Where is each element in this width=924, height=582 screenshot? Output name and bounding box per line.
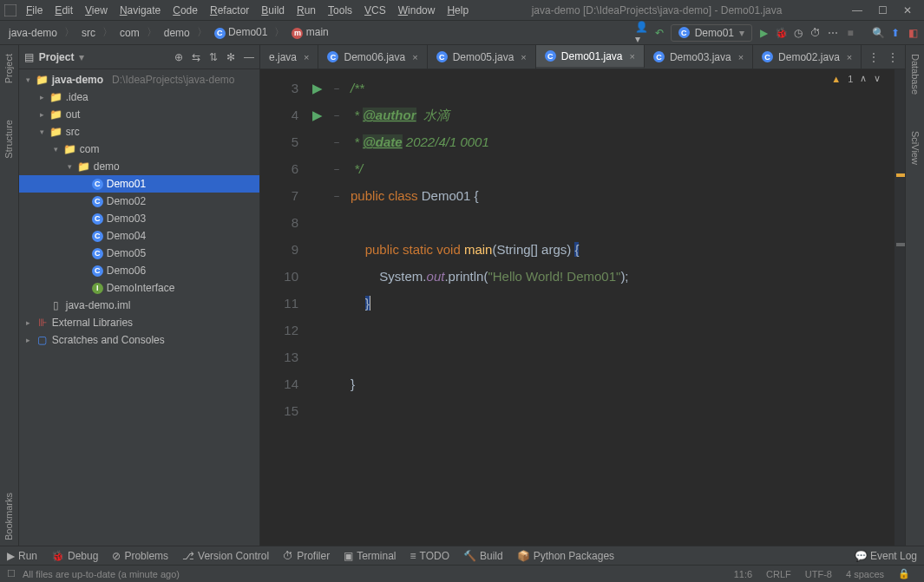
search-icon[interactable]: 🔍 bbox=[872, 27, 884, 39]
editor-tab-demo05-java[interactable]: CDemo05.java× bbox=[428, 45, 536, 69]
stop-button[interactable]: ■ bbox=[844, 27, 856, 39]
tool-window-build[interactable]: 🔨Build bbox=[463, 550, 503, 562]
hide-icon[interactable]: — bbox=[244, 51, 254, 63]
back-icon[interactable]: ↶ bbox=[653, 27, 665, 39]
editor-scrollbar[interactable] bbox=[895, 69, 905, 546]
tree-item-demo03[interactable]: CDemo03 bbox=[19, 210, 259, 227]
close-button[interactable]: ✕ bbox=[903, 4, 912, 16]
tool-strip-project[interactable]: Project bbox=[3, 49, 14, 88]
breadcrumb-item[interactable]: com bbox=[116, 25, 143, 41]
tree-item--idea[interactable]: ▸📁.idea bbox=[19, 88, 259, 106]
line-number[interactable]: 4 bbox=[260, 101, 298, 128]
coverage-button[interactable]: ◷ bbox=[792, 27, 804, 39]
line-number[interactable]: 9 bbox=[260, 236, 298, 263]
code-line[interactable]: */ bbox=[351, 155, 905, 182]
code-line[interactable]: } bbox=[351, 370, 905, 397]
tree-arrow[interactable]: ▾ bbox=[52, 145, 61, 154]
editor-tab-demo02-java[interactable]: CDemo02.java× bbox=[753, 45, 862, 69]
collapse-all-icon[interactable]: ⇅ bbox=[209, 51, 218, 63]
tab-close-icon[interactable]: × bbox=[412, 52, 417, 62]
tool-window-profiler[interactable]: ⏱Profiler bbox=[283, 550, 330, 562]
tree-arrow[interactable]: ▸ bbox=[38, 93, 47, 101]
run-line-icon[interactable]: ▶ bbox=[312, 81, 323, 95]
ide-icon[interactable]: ◧ bbox=[907, 27, 919, 39]
line-number[interactable]: 7 bbox=[260, 182, 298, 209]
tree-item-java-demo[interactable]: ▾📁java-demoD:\IdeaProjects\java-demo bbox=[19, 71, 259, 88]
tree-item-demo[interactable]: ▾📁demo bbox=[19, 158, 259, 175]
tool-strip-sciview[interactable]: SciView bbox=[910, 126, 921, 170]
tab-close-icon[interactable]: × bbox=[304, 52, 309, 62]
next-highlight-icon[interactable]: ∨ bbox=[874, 73, 881, 84]
menu-vcs[interactable]: VCS bbox=[359, 3, 391, 18]
breadcrumb-item[interactable]: m main bbox=[288, 24, 331, 41]
tree-arrow[interactable]: ▸ bbox=[24, 318, 33, 327]
code-line[interactable]: } bbox=[351, 290, 905, 317]
line-number[interactable]: 12 bbox=[260, 317, 298, 343]
tab-close-icon[interactable]: × bbox=[630, 51, 635, 62]
editor-body[interactable]: 3456789101112131415 ▶▶ ––––– /** * @auth… bbox=[260, 69, 905, 546]
run-line-icon[interactable]: ▶ bbox=[312, 108, 323, 122]
run-gutter-cell[interactable]: ▶ bbox=[312, 101, 330, 128]
tree-arrow[interactable]: ▾ bbox=[66, 162, 75, 171]
tree-item-external-libraries[interactable]: ▸⊪External Libraries bbox=[19, 314, 259, 331]
caret-position[interactable]: 11:6 bbox=[727, 569, 759, 579]
attach-button[interactable]: ⋯ bbox=[827, 27, 839, 39]
tree-arrow[interactable]: ▸ bbox=[24, 336, 33, 344]
editor-tab-demo03-java[interactable]: CDemo03.java× bbox=[645, 45, 753, 69]
prev-highlight-icon[interactable]: ∧ bbox=[860, 73, 867, 84]
breadcrumb-item[interactable]: C Demo01 bbox=[211, 24, 272, 41]
tree-item-demo01[interactable]: CDemo01 bbox=[19, 175, 259, 193]
code-line[interactable] bbox=[351, 317, 905, 343]
editor-tab-e-java[interactable]: e.java× bbox=[260, 45, 318, 69]
fold-gutter-cell[interactable]: – bbox=[330, 182, 344, 209]
menu-code[interactable]: Code bbox=[167, 3, 203, 18]
code-line[interactable]: System.out.println("Hello World! Demo01"… bbox=[351, 263, 905, 290]
line-number[interactable]: 5 bbox=[260, 128, 298, 155]
project-tree[interactable]: ▾📁java-demoD:\IdeaProjects\java-demo▸📁.i… bbox=[19, 69, 259, 546]
tree-item-out[interactable]: ▸📁out bbox=[19, 106, 259, 123]
tool-strip-bookmarks[interactable]: Bookmarks bbox=[3, 487, 14, 546]
file-encoding[interactable]: UTF-8 bbox=[798, 569, 839, 579]
run-configuration-selector[interactable]: C Demo01 ▾ bbox=[671, 24, 752, 42]
tab-list-icon[interactable]: ⋮ bbox=[868, 51, 879, 63]
line-number[interactable]: 3 bbox=[260, 75, 298, 101]
profile-button[interactable]: ⏱ bbox=[809, 27, 822, 39]
fold-gutter-cell[interactable]: – bbox=[330, 155, 344, 182]
menu-window[interactable]: Window bbox=[393, 3, 441, 18]
tool-strip-database[interactable]: Database bbox=[910, 49, 921, 100]
readonly-lock-icon[interactable]: 🔒 bbox=[891, 568, 917, 579]
tool-window-todo[interactable]: ≡TODO bbox=[410, 550, 449, 562]
run-gutter-cell[interactable]: ▶ bbox=[312, 75, 330, 101]
menu-run[interactable]: Run bbox=[292, 3, 321, 18]
breadcrumb-item[interactable]: src bbox=[78, 25, 99, 41]
code-line[interactable]: /** bbox=[351, 75, 905, 101]
expand-all-icon[interactable]: ⇆ bbox=[192, 51, 200, 63]
line-number[interactable]: 10 bbox=[260, 263, 298, 290]
debug-button[interactable]: 🐞 bbox=[775, 27, 787, 39]
tab-close-icon[interactable]: × bbox=[521, 52, 526, 62]
tree-item-demo02[interactable]: CDemo02 bbox=[19, 193, 259, 210]
tree-item-com[interactable]: ▾📁com bbox=[19, 141, 259, 158]
tree-arrow[interactable]: ▸ bbox=[38, 110, 47, 119]
tab-close-icon[interactable]: × bbox=[847, 52, 852, 62]
code-line[interactable]: public class Demo01 { bbox=[351, 182, 905, 209]
tool-window-python-packages[interactable]: 📦Python Packages bbox=[517, 550, 614, 562]
tree-arrow[interactable]: ▾ bbox=[38, 128, 47, 136]
tree-arrow[interactable]: ▾ bbox=[24, 75, 33, 84]
menu-edit[interactable]: Edit bbox=[49, 3, 78, 18]
line-number[interactable]: 6 bbox=[260, 155, 298, 182]
code-line[interactable] bbox=[351, 343, 905, 370]
minimize-button[interactable]: — bbox=[852, 4, 862, 16]
line-number[interactable]: 15 bbox=[260, 397, 298, 424]
editor-tab-demo06-java[interactable]: CDemo06.java× bbox=[318, 45, 427, 69]
tree-item-demo06[interactable]: CDemo06 bbox=[19, 262, 259, 279]
tree-item-demo04[interactable]: CDemo04 bbox=[19, 227, 259, 245]
tool-window-run[interactable]: ▶Run bbox=[7, 550, 37, 562]
line-number[interactable]: 11 bbox=[260, 290, 298, 317]
tree-item-java-demo-iml[interactable]: ▯java-demo.iml bbox=[19, 297, 259, 314]
tab-close-icon[interactable]: × bbox=[738, 52, 744, 62]
line-number[interactable]: 8 bbox=[260, 209, 298, 236]
maximize-button[interactable]: ☐ bbox=[878, 4, 888, 16]
code-area[interactable]: /** * @author 水滴 * @date 2022/4/1 0001 *… bbox=[344, 69, 905, 546]
menu-tools[interactable]: Tools bbox=[323, 3, 357, 18]
